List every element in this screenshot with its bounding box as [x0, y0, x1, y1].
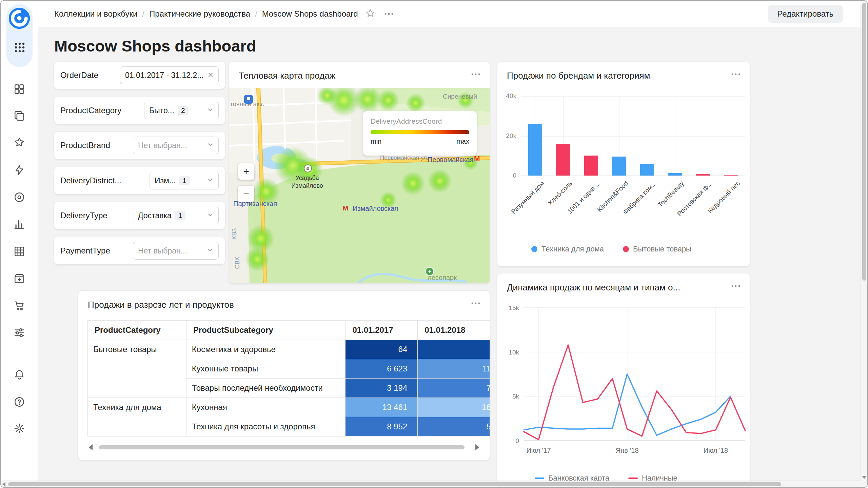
- bar[interactable]: [584, 156, 598, 176]
- sidebar-item-storage[interactable]: [13, 272, 25, 285]
- widget-title: Продажи в разрезе лет и продуктов: [88, 300, 234, 310]
- vertical-scrollbar-thumb[interactable]: [862, 3, 866, 281]
- bar[interactable]: [612, 157, 626, 176]
- y-tick-label: 40k: [497, 92, 516, 100]
- scroll-down-arrow[interactable]: [862, 476, 867, 479]
- sidebar-item-datasets[interactable]: [13, 191, 25, 203]
- svg-text:Июл '17: Июл '17: [526, 447, 551, 454]
- horizontal-scrollbar-thumb[interactable]: [8, 482, 781, 486]
- value-cell-2017: 8 952: [346, 417, 418, 436]
- bar[interactable]: [640, 164, 654, 176]
- map-label-street: Первомайская ул.: [380, 155, 429, 161]
- legend-max-label: max: [456, 138, 469, 145]
- table-scrollbar-thumb[interactable]: [99, 445, 465, 449]
- widget-menu-icon[interactable]: [731, 71, 741, 77]
- legend-item[interactable]: Наличные: [628, 474, 677, 481]
- legend-item[interactable]: Банковская карта: [535, 474, 609, 481]
- disc-icon: [14, 191, 25, 203]
- value-cell-2017: 3 194: [346, 379, 418, 398]
- sidebar-item-editor[interactable]: [13, 164, 25, 176]
- sidebar-item-collections[interactable]: [13, 110, 25, 122]
- gridline: [521, 136, 745, 137]
- squares-icon: [14, 83, 25, 95]
- datalens-logo-icon: [8, 7, 31, 30]
- y-tick-label: 20k: [497, 132, 516, 140]
- paymenttype-placeholder: Нет выбран...: [138, 246, 187, 256]
- museum-icon: [304, 164, 312, 172]
- svg-text:Июл '18: Июл '18: [704, 447, 728, 454]
- star-icon: [14, 137, 25, 148]
- sidebar-item-services[interactable]: [13, 327, 25, 339]
- widget-menu-icon[interactable]: [471, 300, 481, 306]
- legend-dot: [623, 246, 629, 252]
- filter-deliverytype: DeliveryType Доставка 1: [54, 202, 225, 229]
- map-label-lesopark: лесопарк: [428, 274, 457, 282]
- column-header: 01.01.2018: [418, 321, 490, 340]
- deliverydistrict-select[interactable]: Изм... 1: [150, 172, 219, 189]
- bar[interactable]: [668, 173, 682, 176]
- table-row: Техника для домаКухонная13 46116 63: [88, 398, 490, 417]
- more-menu-icon[interactable]: [384, 11, 394, 17]
- clear-icon[interactable]: [208, 71, 214, 80]
- edit-button[interactable]: Редактировать: [768, 5, 843, 23]
- filter-label: OrderDate: [60, 70, 98, 80]
- productcategory-value: Быто...: [149, 106, 174, 115]
- box-icon: [14, 273, 25, 284]
- value-cell-2018: 7 51: [418, 379, 490, 398]
- favorite-star-icon[interactable]: [366, 8, 375, 19]
- table-icon: [14, 246, 25, 257]
- deliverydistrict-value: Изм...: [155, 176, 176, 185]
- svg-text:Янв '18: Янв '18: [616, 447, 639, 454]
- sidebar-item-dashboards[interactable]: [13, 83, 25, 95]
- filter-deliverydistrict: DeliveryDistrict... Изм... 1: [54, 167, 225, 194]
- filter-paymenttype: PaymentType Нет выбран...: [54, 237, 225, 264]
- orderdate-input[interactable]: 01.01.2017 - 31.12.2...: [120, 66, 219, 84]
- deliverytype-select[interactable]: Доставка 1: [133, 207, 219, 224]
- bar[interactable]: [556, 144, 570, 176]
- legend-item[interactable]: Техника для дома: [531, 245, 604, 253]
- productbrand-placeholder: Нет выбран...: [138, 141, 187, 150]
- zoom-out-button[interactable]: −: [238, 186, 254, 202]
- breadcrumb-current: Moscow Shops dashboard: [262, 9, 358, 19]
- bar[interactable]: [696, 174, 710, 176]
- y-tick-label: 0: [497, 172, 516, 179]
- breadcrumb-collections[interactable]: Коллекции и воркбуки: [54, 9, 137, 19]
- bar[interactable]: [528, 124, 542, 176]
- map-label-hvz: ХВЗ: [231, 228, 238, 240]
- brand-chart-legend: Техника для домаБытовые товары: [531, 245, 743, 253]
- train-station-icon: [244, 95, 253, 104]
- breadcrumb: Коллекции и воркбуки / Практические руко…: [54, 9, 358, 19]
- sidebar-item-connections[interactable]: [13, 245, 25, 258]
- legend-item[interactable]: Бытовые товары: [623, 245, 691, 253]
- legend-dot: [531, 246, 537, 252]
- svg-text:15k: 15k: [509, 304, 519, 311]
- sidebar-item-help[interactable]: [13, 396, 25, 408]
- apps-grid-button[interactable]: [13, 41, 26, 54]
- productcategory-select[interactable]: Быто... 2: [144, 102, 219, 119]
- breadcrumb-guides[interactable]: Практические руководства: [149, 9, 250, 19]
- sales-table-container: ProductCategoryProductSubcategory01.01.2…: [87, 320, 490, 436]
- sidebar-item-marketplace[interactable]: [13, 300, 25, 312]
- scroll-right-arrow[interactable]: [475, 444, 479, 450]
- sidebar-item-settings[interactable]: [13, 422, 25, 434]
- sidebar-item-favorites[interactable]: [13, 136, 25, 148]
- selected-count-badge: 2: [178, 106, 189, 115]
- scroll-left-arrow[interactable]: [89, 444, 93, 450]
- gear-icon: [14, 423, 25, 434]
- productbrand-select[interactable]: Нет выбран...: [133, 137, 219, 154]
- widget-menu-icon[interactable]: [471, 71, 481, 77]
- usadba-line1: Усадьба: [283, 174, 331, 182]
- table-scrollbar: [87, 444, 480, 451]
- sidebar-item-notifications[interactable]: [13, 369, 25, 381]
- selected-count-badge: 1: [175, 211, 186, 220]
- filter-label: PaymentType: [60, 246, 110, 256]
- metro-icon: М: [474, 155, 480, 163]
- zoom-in-button[interactable]: +: [238, 163, 254, 180]
- paymenttype-select[interactable]: Нет выбран...: [133, 242, 219, 260]
- bar[interactable]: [724, 175, 738, 176]
- filter-productbrand: ProductBrand Нет выбран...: [54, 132, 225, 159]
- sidebar-item-charts[interactable]: [13, 218, 25, 230]
- map-canvas[interactable]: точный вкз. Сиреневый Первомайская ул. М…: [229, 88, 490, 283]
- scroll-left-arrow[interactable]: [2, 482, 5, 487]
- datalens-logo[interactable]: [8, 7, 31, 30]
